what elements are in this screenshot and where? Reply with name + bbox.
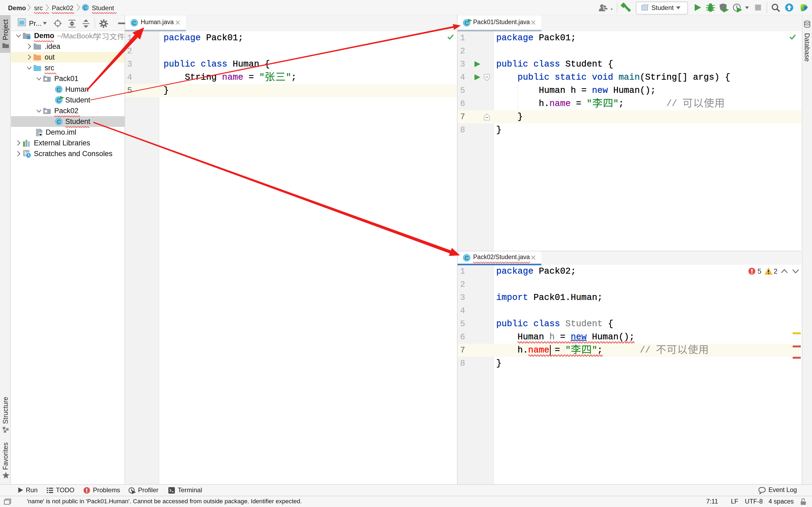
svg-text:C: C [57,87,61,93]
svg-text:C: C [84,5,87,11]
svg-text:C: C [464,255,468,261]
svg-text:C: C [132,20,136,26]
svg-text:C: C [57,119,61,125]
